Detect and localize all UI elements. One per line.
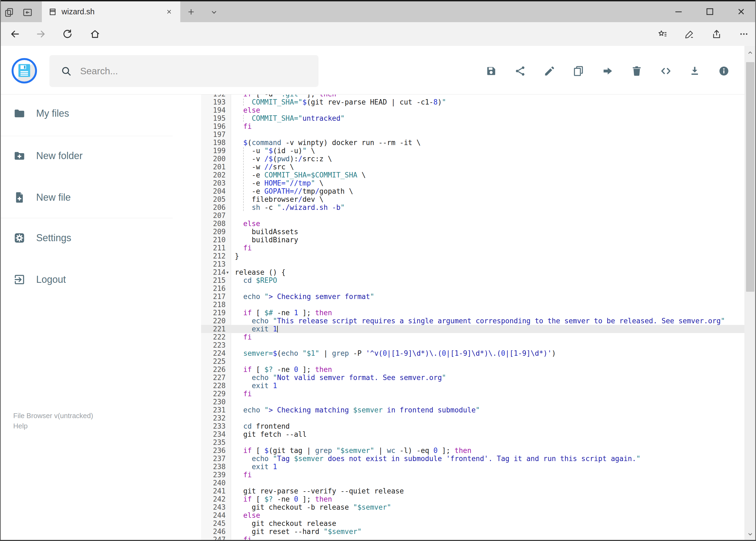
code-line[interactable]: 216 [201,284,744,292]
code-line[interactable]: 229 fi [201,390,744,398]
copy-button[interactable] [573,65,584,77]
scrollbar-thumb[interactable] [746,62,754,292]
code-editor[interactable]: 192 if [ -d ".git" ]; then193 COMMIT_SHA… [201,95,744,541]
code-line[interactable]: 197 [201,131,744,139]
window-close-button[interactable] [736,6,747,17]
search-input[interactable] [80,65,319,77]
code-line[interactable]: 223 [201,341,744,349]
code-line[interactable]: 231 echo "> Checking matching $semver in… [201,406,744,414]
search-bar[interactable] [49,55,319,87]
more-options-icon[interactable] [739,29,749,39]
code-line[interactable]: 227 echo "Not valid semver format. See s… [201,373,744,382]
code-line[interactable]: 207 [201,212,744,220]
code-line[interactable]: 218 [201,300,744,309]
tab-close-icon[interactable] [165,8,173,15]
code-line[interactable]: 236 if [ $(git tag | grep "$semver" | wc… [201,446,744,455]
code-line[interactable]: 195 COMMIT_SHA="untracked" [201,114,744,122]
line-number: 222 [201,333,226,341]
code-line[interactable]: 200 -v /$(pwd):/src:z \ [201,155,744,163]
code-line[interactable]: 243 git checkout -b release "$semver" [201,503,744,511]
share-icon[interactable] [711,29,722,39]
code-line[interactable]: 238 exit 1 [201,463,744,471]
code-line[interactable]: 233 cd frontend [201,422,744,430]
minimize-button[interactable] [673,6,684,17]
code-line[interactable]: 206 sh -c "./wizard.sh -b" [201,204,744,212]
code-line[interactable]: 212} [201,252,744,260]
tab-preview-icon[interactable] [22,7,33,18]
code-line[interactable]: 203 -e HOME="//tmp" \ [201,179,744,187]
code-line[interactable]: 239 fi [201,471,744,479]
code-line[interactable]: 225 [201,357,744,365]
code-line[interactable]: 211 fi [201,244,744,252]
refresh-icon[interactable] [62,29,73,39]
sidebar-item-new-file[interactable]: New file [0,187,201,208]
code-line[interactable]: 237 echo "Tag $semver does not exist in … [201,455,744,463]
code-line[interactable]: 246 git reset --hard "$semver" [201,527,744,536]
forward-icon[interactable] [36,29,46,39]
code-line[interactable]: 222 fi [201,333,744,341]
sidebar-item-new-folder[interactable]: New folder [0,146,201,166]
sidebar-item-settings[interactable]: Settings [0,228,201,248]
code-line[interactable]: 196 fi [201,122,744,131]
back-icon[interactable] [9,29,20,39]
code-line[interactable]: 226 if [ $? -ne 0 ]; then [201,365,744,373]
code-line[interactable]: 220 echo "This release script requires a… [201,317,744,325]
code-line[interactable]: 219 if [ $# -ne 1 ]; then [201,309,744,317]
code-line[interactable]: 221 exit 1 [201,325,744,333]
help-link[interactable]: Help [13,421,93,431]
code-line[interactable]: 193 COMMIT_SHA="$(git rev-parse HEAD | c… [201,98,744,106]
hub-icon[interactable] [657,29,668,39]
code-button[interactable] [660,65,672,77]
sidebar-item-my-files[interactable]: My files [0,103,201,124]
filebrowser-logo[interactable] [12,58,37,84]
fold-arrow-icon[interactable]: ▾ [226,268,229,276]
scroll-up-icon[interactable] [747,49,754,56]
code-text: cd $REPO [235,276,277,284]
code-line[interactable]: 214▾release () { [201,268,744,276]
tab-list-chevron-down-icon[interactable] [210,8,218,16]
maximize-button[interactable] [704,6,715,17]
code-line[interactable]: 215 cd $REPO [201,276,744,284]
code-line[interactable]: 240 [201,479,744,487]
sidebar-item-logout[interactable]: Logout [0,269,201,290]
line-number: 206 [201,204,226,212]
code-line[interactable]: 235 [201,438,744,446]
code-line[interactable]: 230 [201,398,744,406]
code-line[interactable]: 217 echo "> Checking semver format" [201,292,744,300]
scrollbar[interactable] [744,46,756,541]
code-line[interactable]: 205 filebrowser/dev \ [201,195,744,204]
code-line[interactable]: 241 git rev-parse --verify --quiet relea… [201,487,744,495]
code-line[interactable]: 244 else [201,511,744,519]
code-line[interactable]: 198 $(command -v winpty) docker run --rm… [201,139,744,147]
code-line[interactable]: 208 else [201,220,744,228]
new-tab-icon[interactable] [186,7,196,17]
save-button[interactable] [485,65,497,77]
code-line[interactable]: 194 else [201,106,744,114]
code-line[interactable]: 245 git checkout release [201,519,744,527]
share-button[interactable] [514,65,526,77]
active-tab[interactable]: wizard.sh [42,1,180,22]
code-line[interactable]: 224 semver=$(echo "$1" | grep -P '^v(0|[… [201,349,744,357]
browser-window: wizard.sh filebrowser.web/files/wizard.s… [0,0,756,541]
code-line[interactable]: 201 -w //src \ [201,163,744,171]
scroll-down-icon[interactable] [747,530,754,538]
code-line[interactable]: 192 if [ -d ".git" ]; then [201,95,744,98]
code-line[interactable]: 213 [201,260,744,268]
code-line[interactable]: 228 exit 1 [201,382,744,390]
code-line[interactable]: 204 -e GOPATH=//tmp/gopath \ [201,187,744,195]
code-line[interactable]: 199 -u "$(id -u)" \ [201,147,744,155]
annotate-pen-icon[interactable] [684,29,695,39]
code-line[interactable]: 232 [201,414,744,422]
code-line[interactable]: 210 buildBinary [201,236,744,244]
move-button[interactable] [602,65,614,77]
home-icon[interactable] [90,29,101,39]
info-button[interactable] [718,65,730,77]
code-line[interactable]: 202 -e COMMIT_SHA=$COMMIT_SHA \ [201,171,744,179]
code-line[interactable]: 209 buildAssets [201,228,744,236]
code-line[interactable]: 242 if [ $? -ne 0 ]; then [201,495,744,503]
edit-button[interactable] [544,65,556,77]
code-line[interactable]: 234 git fetch --all [201,430,744,438]
delete-button[interactable] [631,65,642,77]
download-button[interactable] [689,65,701,77]
tabs-aside-icon[interactable] [4,7,15,18]
